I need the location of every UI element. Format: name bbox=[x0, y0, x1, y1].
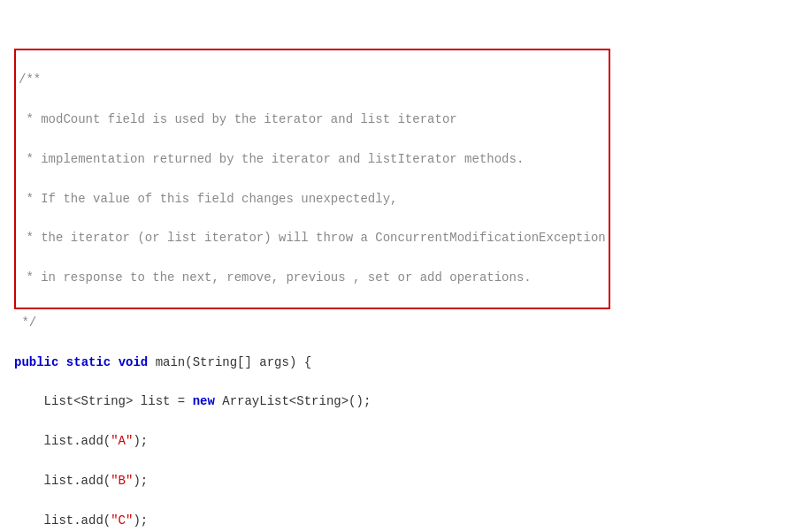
comment-line-1: /** bbox=[19, 70, 606, 89]
comment-line-2: * modCount field is used by the iterator… bbox=[19, 110, 606, 129]
comment-line-4: * If the value of this field changes une… bbox=[19, 189, 606, 209]
code-line-add-c: list.add("C"); bbox=[14, 511, 775, 530]
comment-line-3: * implementation returned by the iterato… bbox=[19, 149, 606, 169]
comment-line-5: * the iterator (or list iterator) will t… bbox=[19, 228, 606, 247]
comment-block-highlighted: /** * modCount field is used by the iter… bbox=[14, 49, 610, 309]
code-line-add-a: list.add("A"); bbox=[14, 431, 775, 451]
comment-line-6: * in response to the next, remove, previ… bbox=[19, 268, 606, 287]
comment-line-7: */ bbox=[14, 313, 775, 332]
code-editor: /** * modCount field is used by the iter… bbox=[14, 9, 775, 532]
code-line-list-init: List<String> list = new ArrayList<String… bbox=[14, 391, 775, 411]
code-line-main: public static void main(String[] args) { bbox=[14, 353, 775, 372]
code-line-add-b: list.add("B"); bbox=[14, 471, 775, 490]
